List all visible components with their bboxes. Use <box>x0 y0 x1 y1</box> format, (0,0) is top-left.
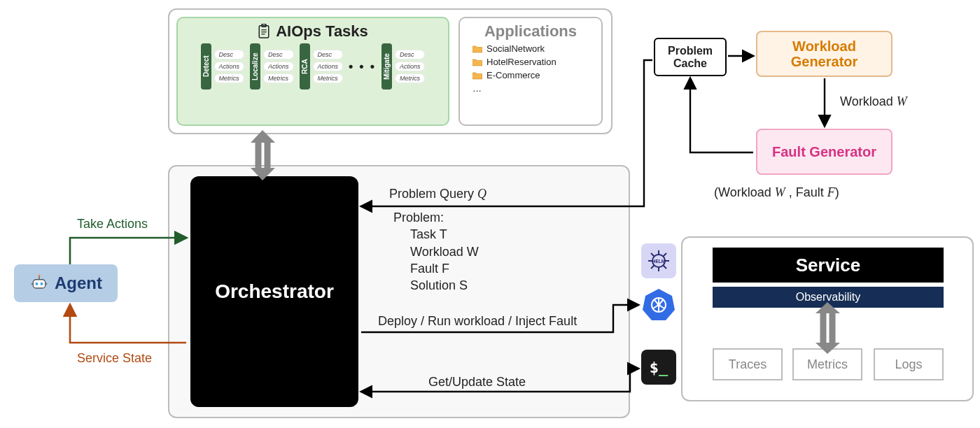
app-socialnetwork: SocialNetwork <box>472 43 594 54</box>
task-mitigate: Mitigate Desc Actions Metrics <box>382 43 426 90</box>
svg-line-18 <box>664 266 667 269</box>
problem-cache-box: Problem Cache <box>654 38 727 76</box>
task-rca: RCA Desc Actions Metrics <box>300 43 344 90</box>
logs-label: Logs <box>895 357 922 372</box>
aiops-task-row: Detect Desc Actions Metrics Localize Des… <box>185 43 441 90</box>
pill-metrics: Metrics <box>395 73 426 83</box>
pill-desc: Desc <box>214 50 245 59</box>
observability-box: Observability <box>713 287 944 308</box>
orchestrator-box: Orchestrator <box>190 176 358 407</box>
kubernetes-icon <box>641 287 676 322</box>
svg-point-6 <box>35 283 38 285</box>
app-label: E-Commerce <box>486 70 540 80</box>
app-more: … <box>472 83 594 94</box>
app-ecommerce: E-Commerce <box>472 70 594 80</box>
aiops-title: AIOps Tasks <box>185 22 441 41</box>
folder-icon <box>472 71 482 80</box>
helm-icon: HELM <box>641 243 676 278</box>
svg-point-7 <box>40 283 43 285</box>
service-box: Service <box>713 248 944 283</box>
take-actions-label: Take Actions <box>77 217 148 231</box>
task-detect: Detect Desc Actions Metrics <box>201 43 245 90</box>
problem-solution: Solution S <box>410 277 479 294</box>
aiops-title-text: AIOps Tasks <box>276 22 368 41</box>
svg-rect-5 <box>33 280 46 288</box>
get-state-label: Get/Update State <box>428 375 526 390</box>
svg-point-29 <box>657 304 661 307</box>
metrics-label: Metrics <box>807 357 848 372</box>
pill-actions: Actions <box>214 62 245 71</box>
svg-point-9 <box>38 275 41 277</box>
service-state-label: Service State <box>77 351 152 366</box>
orchestrator-label: Orchestrator <box>215 280 334 303</box>
clipboard-icon <box>258 24 270 39</box>
pill-metrics: Metrics <box>263 73 294 83</box>
pill-actions: Actions <box>313 62 344 71</box>
svg-line-19 <box>651 266 654 269</box>
problem-query-label: Problem Query Q <box>389 187 486 201</box>
applications-title: Applications <box>467 22 594 41</box>
svg-line-20 <box>664 253 667 257</box>
task-localize-label: Localize <box>250 43 260 90</box>
folder-icon <box>472 45 482 53</box>
applications-box: Applications SocialNetwork HotelReservat… <box>458 17 603 126</box>
deploy-label: Deploy / Run workload / Inject Fault <box>378 314 577 329</box>
problem-workload: Workload W <box>410 243 479 260</box>
pill-metrics: Metrics <box>313 73 344 83</box>
problem-cache-label: Problem Cache <box>655 45 725 69</box>
pill-actions: Actions <box>263 62 294 71</box>
pill-actions: Actions <box>395 62 426 71</box>
agent-label: Agent <box>55 273 102 293</box>
pill-desc: Desc <box>313 50 344 59</box>
svg-line-17 <box>651 253 654 257</box>
traces-label: Traces <box>729 357 766 372</box>
app-hotelreservation: HotelReservation <box>472 57 594 67</box>
task-localize: Localize Desc Actions Metrics <box>250 43 294 90</box>
task-rca-label: RCA <box>300 43 310 90</box>
service-label: Service <box>796 255 861 276</box>
aiops-tasks-box: AIOps Tasks Detect Desc Actions Metrics … <box>176 17 449 126</box>
workload-generator-box: Workload Generator <box>756 31 892 77</box>
pill-desc: Desc <box>263 50 294 59</box>
ellipsis: • • • <box>349 59 376 74</box>
app-label: HotelReservation <box>486 57 556 67</box>
problem-description: Problem: Task T Workload W Fault F Solut… <box>393 209 479 294</box>
task-detect-label: Detect <box>201 43 211 90</box>
logs-box: Logs <box>874 348 944 380</box>
problem-fault: Fault F <box>410 260 479 277</box>
pill-metrics: Metrics <box>214 73 245 83</box>
wf-pair-label: (Workload W , Fault F) <box>714 185 839 200</box>
problem-heading: Problem: <box>393 209 479 226</box>
pill-desc: Desc <box>395 50 426 59</box>
robot-icon <box>29 273 49 293</box>
workload-w-label: Workload W <box>840 94 907 109</box>
shell-icon: $_ <box>641 350 676 385</box>
observability-label: Observability <box>796 291 860 304</box>
workload-generator-label: Workload Generator <box>757 38 891 69</box>
app-label: SocialNetwork <box>486 43 545 54</box>
task-mitigate-label: Mitigate <box>382 43 392 90</box>
helm-text: HELM <box>652 259 665 264</box>
problem-task: Task T <box>410 226 479 243</box>
traces-box: Traces <box>713 348 783 380</box>
fault-generator-label: Fault Generator <box>772 144 876 159</box>
agent-box: Agent <box>14 264 118 302</box>
folder-icon <box>472 58 482 66</box>
metrics-box: Metrics <box>792 348 862 380</box>
fault-generator-box: Fault Generator <box>756 129 892 175</box>
